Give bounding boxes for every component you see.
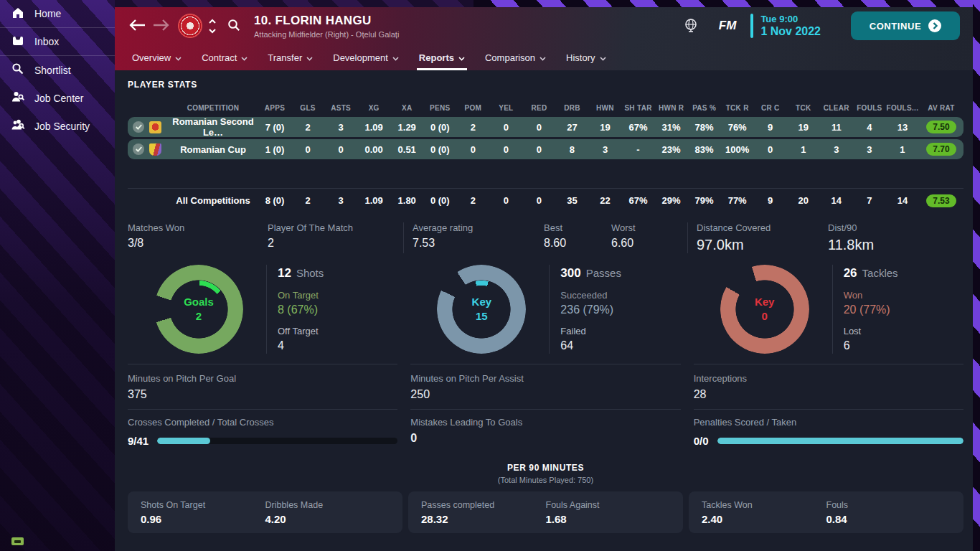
column-header[interactable]: XG bbox=[357, 104, 390, 112]
passes-total-value: 300 bbox=[560, 266, 580, 280]
date-accent-bar bbox=[750, 14, 753, 38]
column-header[interactable]: ASTS bbox=[324, 104, 357, 112]
chevron-down-icon bbox=[392, 52, 399, 63]
stat-cell: 0 (0) bbox=[423, 195, 456, 206]
column-header[interactable]: CR C bbox=[754, 104, 787, 112]
stat-cell: 1.09 bbox=[357, 122, 390, 133]
stat-cell: 14 bbox=[820, 195, 853, 206]
chevron-down-icon bbox=[306, 52, 313, 63]
sidebar-item-inbox[interactable]: Inbox bbox=[0, 28, 115, 56]
back-button[interactable] bbox=[126, 16, 149, 37]
search-button[interactable] bbox=[224, 15, 244, 37]
stat-cell: 0 bbox=[324, 144, 357, 155]
column-header[interactable]: FOULS... bbox=[886, 104, 919, 112]
tab-history[interactable]: History bbox=[566, 44, 606, 70]
column-header[interactable]: DRB bbox=[555, 104, 588, 112]
sidebar-item-job-security[interactable]: Job Security bbox=[0, 112, 115, 140]
previous-player-button[interactable] bbox=[208, 19, 217, 24]
competition-name: Romanian Cup bbox=[168, 144, 258, 155]
stat-cell: 7 (0) bbox=[258, 122, 291, 133]
per90-card: Tackles Won2.40 Fouls0.84 bbox=[689, 491, 963, 533]
avg-rating-badge: 7.70 bbox=[926, 143, 956, 156]
chevron-down-icon bbox=[241, 52, 248, 63]
column-header[interactable]: TCK bbox=[787, 104, 820, 112]
column-header[interactable]: PENS bbox=[423, 104, 456, 112]
stat-cell: 0 bbox=[522, 144, 555, 155]
stat-cell: 2 bbox=[456, 122, 489, 133]
column-header[interactable]: FOULS bbox=[853, 104, 886, 112]
sidebar-item-label: Shortlist bbox=[34, 65, 71, 76]
per90-card: Shots On Target0.96 Dribbles Made4.20 bbox=[128, 491, 402, 533]
competition-badge-icon bbox=[149, 143, 161, 156]
column-header[interactable]: CLEAR bbox=[820, 104, 853, 112]
column-header[interactable]: POM bbox=[456, 104, 489, 112]
column-header[interactable]: GLS bbox=[291, 104, 324, 112]
tab-comparison[interactable]: Comparison bbox=[485, 44, 546, 70]
tab-reports[interactable]: Reports bbox=[419, 44, 465, 70]
world-button[interactable] bbox=[680, 14, 702, 38]
passes-donut-section: Key15 300Passes Succeeded236 (79%) Faile… bbox=[410, 260, 680, 364]
tackles-lost-stat: Lost6 bbox=[844, 326, 898, 352]
forward-button[interactable] bbox=[149, 16, 172, 37]
stat-cell: 22 bbox=[588, 195, 621, 206]
column-header[interactable]: SH TAR bbox=[622, 104, 655, 112]
column-header[interactable]: APPS bbox=[258, 104, 291, 112]
game-date: Tue 9:00 1 Nov 2022 bbox=[750, 14, 821, 39]
stat-cell: 0 bbox=[456, 144, 489, 155]
sidebar-item-label: Job Security bbox=[34, 121, 90, 132]
stat-cell: - bbox=[622, 144, 655, 155]
totals-label: All Competitions bbox=[168, 195, 258, 206]
stat-cell: 0 (0) bbox=[423, 122, 456, 133]
stat-cell: 35 bbox=[555, 195, 588, 206]
column-header[interactable]: YEL bbox=[489, 104, 522, 112]
fm-logo: FM bbox=[719, 19, 737, 33]
column-header[interactable]: XA bbox=[390, 104, 423, 112]
stat-cell: 19 bbox=[588, 122, 621, 133]
stat-cell: 11 bbox=[820, 122, 853, 133]
stat-cell: 14 bbox=[886, 195, 919, 206]
tab-development[interactable]: Development bbox=[333, 44, 399, 70]
stat-cell: 79% bbox=[688, 195, 721, 206]
detail-col-passes: Minutes on Pitch Per Assist 250 Mistakes… bbox=[410, 373, 680, 453]
sidebar-item-home[interactable]: Home bbox=[0, 0, 115, 28]
summary-item: Matches Won3/8 bbox=[128, 222, 268, 253]
on-target-stat: On Target8 (67%) bbox=[278, 290, 324, 316]
forward-arrow-icon bbox=[152, 19, 169, 34]
sidebar-item-shortlist[interactable]: Shortlist bbox=[0, 56, 115, 84]
chevron-down-icon bbox=[540, 52, 546, 63]
player-header: 10. FLORIN HANGU Attacking Midfielder (R… bbox=[115, 7, 973, 70]
column-header[interactable]: PAS % bbox=[688, 104, 721, 112]
table-row[interactable]: Romanian Cup 1 (0) 0 0 0.00 0.51 0 (0) 0… bbox=[128, 139, 963, 159]
stat-cell: 2 bbox=[456, 195, 489, 206]
stat-cell: 83% bbox=[688, 144, 721, 155]
column-header[interactable]: HWN R bbox=[655, 104, 688, 112]
continue-button[interactable]: CONTINUE bbox=[851, 11, 960, 40]
crosses-progress-bar bbox=[157, 438, 397, 444]
column-header[interactable]: HWN bbox=[588, 104, 621, 112]
avg-rating-badge: 7.50 bbox=[926, 121, 956, 133]
next-player-button[interactable] bbox=[208, 28, 217, 34]
stat-cell: 78% bbox=[688, 122, 721, 133]
column-header[interactable]: COMPETITION bbox=[168, 104, 258, 112]
summary-item: Average rating7.53 bbox=[403, 222, 544, 253]
tackles-donut-section: Key0 26Tackles Won20 (77%) Lost6 bbox=[694, 260, 963, 364]
person-search-icon bbox=[11, 90, 25, 106]
tackles-total-value: 26 bbox=[844, 266, 857, 280]
tab-overview[interactable]: Overview bbox=[132, 44, 182, 70]
column-header[interactable]: AV RAT bbox=[919, 104, 963, 112]
goals-donut-chart: Goals2 bbox=[154, 265, 243, 354]
club-badge-icon[interactable] bbox=[178, 14, 202, 38]
table-row[interactable]: Romanian Second Le… 7 (0) 2 3 1.09 1.29 … bbox=[128, 117, 963, 137]
column-header[interactable]: TCK R bbox=[721, 104, 754, 112]
column-header[interactable]: RED bbox=[522, 104, 555, 112]
per90-subtitle: (Total Minutes Played: 750) bbox=[128, 476, 963, 484]
sidebar-item-job-center[interactable]: Job Center bbox=[0, 84, 115, 112]
passes-succeeded-stat: Succeeded236 (79%) bbox=[560, 290, 621, 316]
player-subtitle: Attacking Midfielder (Right) - Oțelul Ga… bbox=[254, 30, 399, 39]
tab-transfer[interactable]: Transfer bbox=[268, 44, 313, 70]
globe-icon bbox=[683, 17, 699, 35]
detail-col-goals: Minutes on Pitch Per Goal 375 Crosses Co… bbox=[128, 373, 397, 453]
tab-contract[interactable]: Contract bbox=[202, 44, 248, 70]
stat-cell: 3 bbox=[324, 122, 357, 133]
per90-header: PER 90 MINUTES (Total Minutes Played: 75… bbox=[128, 463, 963, 484]
